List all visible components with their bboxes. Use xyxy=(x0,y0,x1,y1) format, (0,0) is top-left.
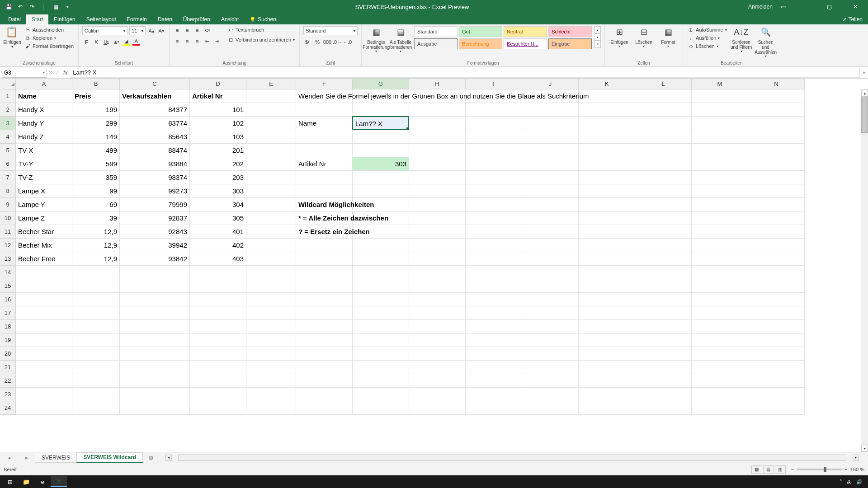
cell-D18[interactable] xyxy=(190,320,246,333)
cell-A11[interactable]: Becher Star xyxy=(16,225,72,239)
zoom-in-button[interactable]: + xyxy=(844,467,847,472)
cell-K10[interactable] xyxy=(579,211,635,225)
cell-E21[interactable] xyxy=(246,361,296,374)
cell-K13[interactable] xyxy=(579,252,635,266)
cell-J14[interactable] xyxy=(522,266,579,279)
cell-E3[interactable] xyxy=(246,117,296,130)
cell-J19[interactable] xyxy=(522,333,579,347)
cell-F3[interactable]: Name xyxy=(296,117,353,130)
accounting-button[interactable]: $▾ xyxy=(303,38,311,46)
col-header-H[interactable]: H xyxy=(409,79,466,89)
cell-C22[interactable] xyxy=(120,374,190,388)
cell-A6[interactable]: TV-Y xyxy=(16,157,72,171)
cell-E1[interactable] xyxy=(246,89,296,103)
cell-F15[interactable] xyxy=(296,279,353,293)
cell-M16[interactable] xyxy=(692,293,748,306)
cell-K6[interactable] xyxy=(579,157,635,171)
cell-C10[interactable]: 92837 xyxy=(120,211,190,225)
style-neutral[interactable]: Neutral xyxy=(504,26,547,37)
new-sheet-button[interactable]: ⊕ xyxy=(146,454,156,461)
insert-cells-button[interactable]: ⊞Einfügen▾ xyxy=(609,26,630,49)
taskbar-explorer[interactable]: 📁 xyxy=(18,476,34,487)
row-header-24[interactable]: 24 xyxy=(0,401,16,415)
bold-button[interactable]: F xyxy=(82,38,90,46)
cell-L15[interactable] xyxy=(635,279,692,293)
cell-L2[interactable] xyxy=(635,103,692,117)
cell-I11[interactable] xyxy=(466,225,522,239)
cell-E12[interactable] xyxy=(246,239,296,252)
row-header-16[interactable]: 16 xyxy=(0,293,16,306)
row-header-3[interactable]: 3 xyxy=(0,117,16,130)
cell-H9[interactable] xyxy=(409,198,466,211)
paste-button[interactable]: 📋 Einfügen ▾ xyxy=(4,26,21,49)
cell-C2[interactable]: 84377 xyxy=(120,103,190,117)
number-format-select[interactable]: Standard▾ xyxy=(303,26,358,35)
cell-J23[interactable] xyxy=(522,388,579,401)
cell-I14[interactable] xyxy=(466,266,522,279)
cell-H11[interactable] xyxy=(409,225,466,239)
cell-E9[interactable] xyxy=(246,198,296,211)
cell-H22[interactable] xyxy=(409,374,466,388)
cell-K12[interactable] xyxy=(579,239,635,252)
cell-B10[interactable]: 39 xyxy=(72,211,120,225)
row-header-8[interactable]: 8 xyxy=(0,184,16,198)
scroll-thumb[interactable] xyxy=(861,97,868,133)
cell-D15[interactable] xyxy=(190,279,246,293)
cell-D11[interactable]: 401 xyxy=(190,225,246,239)
cell-L5[interactable] xyxy=(635,144,692,157)
cell-L16[interactable] xyxy=(635,293,692,306)
redo-icon[interactable]: ↷ xyxy=(28,3,36,11)
cell-H13[interactable] xyxy=(409,252,466,266)
cell-F11[interactable]: ? = Ersetz ein Zeichen xyxy=(296,225,353,239)
cell-B6[interactable]: 599 xyxy=(72,157,120,171)
cell-K9[interactable] xyxy=(579,198,635,211)
cell-I19[interactable] xyxy=(466,333,522,347)
row-header-1[interactable]: 1 xyxy=(0,89,16,103)
col-header-A[interactable]: A xyxy=(16,79,72,89)
cell-H18[interactable] xyxy=(409,320,466,333)
cell-N16[interactable] xyxy=(748,293,805,306)
align-left-button[interactable]: ≡ xyxy=(173,37,181,45)
cell-C14[interactable] xyxy=(120,266,190,279)
cell-B21[interactable] xyxy=(72,361,120,374)
cell-D13[interactable]: 403 xyxy=(190,252,246,266)
cell-I9[interactable] xyxy=(466,198,522,211)
tab-formeln[interactable]: Formeln xyxy=(122,14,152,24)
col-header-L[interactable]: L xyxy=(635,79,692,89)
cell-I3[interactable] xyxy=(466,117,522,130)
cell-F8[interactable] xyxy=(296,184,353,198)
fx-icon[interactable]: fx xyxy=(61,70,70,76)
cell-E22[interactable] xyxy=(246,374,296,388)
cell-B13[interactable]: 12,9 xyxy=(72,252,120,266)
cell-A8[interactable]: Lampe X xyxy=(16,184,72,198)
style-berechnung[interactable]: Berechnung xyxy=(459,38,502,49)
style-ausgabe[interactable]: Ausgabe xyxy=(414,38,458,49)
cell-G2[interactable] xyxy=(353,103,409,117)
row-header-12[interactable]: 12 xyxy=(0,239,16,252)
cell-E20[interactable] xyxy=(246,347,296,361)
cell-K19[interactable] xyxy=(579,333,635,347)
col-header-B[interactable]: B xyxy=(72,79,120,89)
cell-G19[interactable] xyxy=(353,333,409,347)
cell-E2[interactable] xyxy=(246,103,296,117)
sheet-nav-last[interactable]: ▸ xyxy=(25,455,28,461)
cell-C11[interactable]: 92843 xyxy=(120,225,190,239)
cell-G16[interactable] xyxy=(353,293,409,306)
view-page-layout-button[interactable]: ▤ xyxy=(763,465,774,474)
styles-scroll-down[interactable]: ▾ xyxy=(594,33,601,41)
row-header-18[interactable]: 18 xyxy=(0,320,16,333)
tray-network-icon[interactable]: 🖧 xyxy=(847,479,852,484)
cell-M24[interactable] xyxy=(692,401,748,415)
cell-N9[interactable] xyxy=(748,198,805,211)
cell-E19[interactable] xyxy=(246,333,296,347)
view-normal-button[interactable]: ▦ xyxy=(751,465,762,474)
cell-H7[interactable] xyxy=(409,171,466,184)
col-header-G[interactable]: G xyxy=(353,79,409,89)
decrease-decimal-button[interactable]: ←.0 xyxy=(343,38,351,46)
cell-I15[interactable] xyxy=(466,279,522,293)
select-all-corner[interactable] xyxy=(0,79,16,89)
cell-L14[interactable] xyxy=(635,266,692,279)
cell-M2[interactable] xyxy=(692,103,748,117)
cell-N7[interactable] xyxy=(748,171,805,184)
cell-M12[interactable] xyxy=(692,239,748,252)
